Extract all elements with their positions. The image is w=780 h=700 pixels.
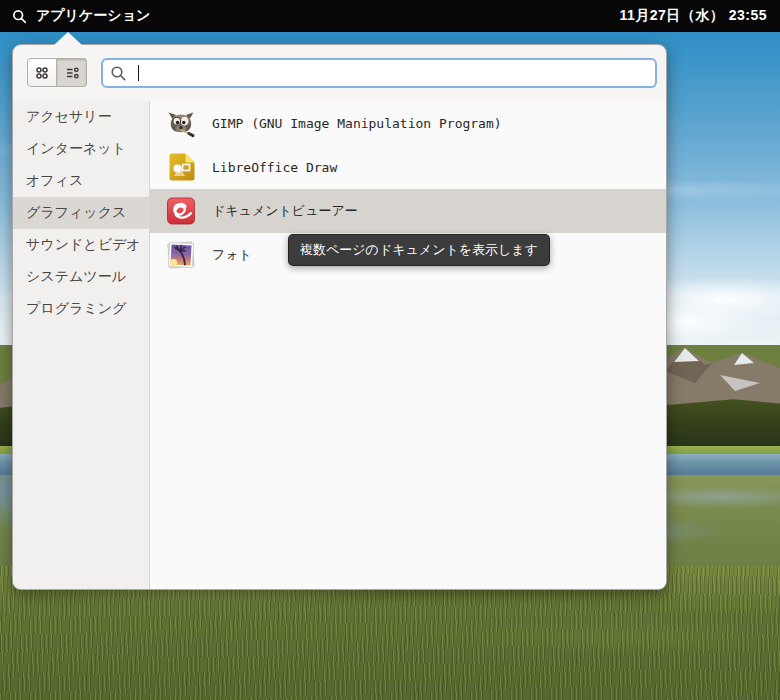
application-list: GIMP (GNU Image Manipulation Program) Li… <box>150 101 666 589</box>
grid-view-icon <box>34 65 50 81</box>
app-label: LibreOffice Draw <box>212 160 337 175</box>
app-row-libreoffice-draw[interactable]: LibreOffice Draw <box>150 145 666 189</box>
category-system-tools[interactable]: システムツール <box>13 261 149 293</box>
applications-menu-label: アプリケーション <box>36 7 150 25</box>
launcher-header <box>13 45 666 101</box>
list-view-icon <box>64 65 80 81</box>
app-row-document-viewer[interactable]: ドキュメントビューアー <box>150 189 666 233</box>
clock[interactable]: 11月27日（水） 23:55 <box>606 7 780 25</box>
evince-document-viewer-icon <box>165 195 197 227</box>
libreoffice-draw-icon <box>165 151 197 183</box>
top-bar: アプリケーション 11月27日（水） 23:55 <box>0 0 780 32</box>
app-label: ドキュメントビューアー <box>212 202 358 220</box>
search-icon <box>110 65 127 82</box>
menu-pointer-arrow <box>54 32 82 45</box>
text-caret <box>138 65 139 81</box>
view-toggle-group <box>27 58 87 87</box>
applications-menu-button[interactable]: アプリケーション <box>0 0 162 32</box>
search-icon <box>12 9 27 24</box>
tooltip: 複数ページのドキュメントを表示します <box>288 234 550 266</box>
list-view-button[interactable] <box>57 58 87 87</box>
grid-view-button[interactable] <box>27 58 57 87</box>
application-launcher-popup: アクセサリー インターネット オフィス グラフィックス サウンドとビデオ システ… <box>12 44 667 590</box>
category-sound-video[interactable]: サウンドとビデオ <box>13 229 149 261</box>
search-entry <box>101 58 657 88</box>
app-row-gimp[interactable]: GIMP (GNU Image Manipulation Program) <box>150 101 666 145</box>
app-label: GIMP (GNU Image Manipulation Program) <box>212 116 502 131</box>
category-office[interactable]: オフィス <box>13 165 149 197</box>
gimp-icon <box>165 107 197 139</box>
category-accessories[interactable]: アクセサリー <box>13 101 149 133</box>
category-graphics[interactable]: グラフィックス <box>13 197 149 229</box>
app-label: フォト <box>212 246 252 264</box>
category-internet[interactable]: インターネット <box>13 133 149 165</box>
gnome-photos-icon <box>165 239 197 271</box>
category-sidebar: アクセサリー インターネット オフィス グラフィックス サウンドとビデオ システ… <box>13 101 150 589</box>
search-input[interactable] <box>127 60 655 86</box>
category-programming[interactable]: プログラミング <box>13 293 149 325</box>
launcher-body: アクセサリー インターネット オフィス グラフィックス サウンドとビデオ システ… <box>13 101 666 589</box>
